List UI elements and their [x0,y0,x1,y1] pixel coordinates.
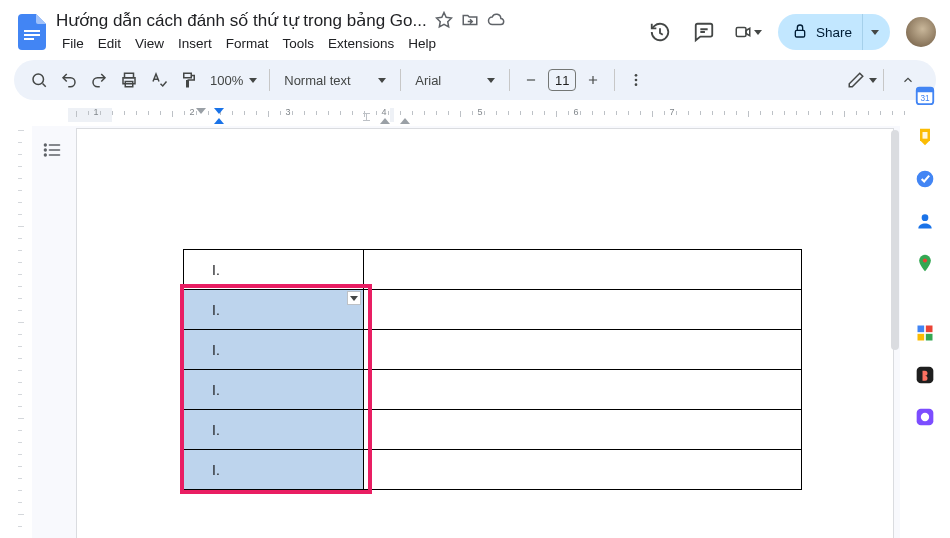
vertical-scrollbar[interactable] [890,130,900,538]
svg-point-13 [45,144,47,146]
svg-point-11 [635,79,638,82]
table-cell[interactable] [364,450,802,490]
table-cell[interactable] [364,330,802,370]
addon-dark-icon[interactable] [914,364,936,386]
svg-rect-9 [184,73,192,78]
svg-rect-19 [923,132,928,139]
font-select[interactable]: Arial [407,73,503,88]
font-size-input[interactable] [548,69,576,91]
share-label: Share [810,25,862,40]
avatar[interactable] [906,17,936,47]
menu-format[interactable]: Format [220,34,275,53]
svg-rect-2 [24,38,34,40]
contacts-icon[interactable] [914,210,936,232]
paragraph-style-select[interactable]: Normal text [276,73,394,88]
svg-point-21 [922,214,929,221]
history-icon[interactable] [646,18,674,46]
table-cell[interactable] [364,370,802,410]
table-cell[interactable]: I. [184,250,364,290]
redo-icon[interactable] [84,65,114,95]
star-icon[interactable] [435,11,453,29]
table-row[interactable]: I. [184,410,802,450]
svg-point-15 [45,154,47,156]
header: Hướng dẫn cách đánh số thứ tự trong bảng… [0,0,950,58]
more-formatting-icon[interactable] [621,65,651,95]
side-panel: 31 [900,70,950,538]
svg-rect-26 [926,334,933,341]
title-block: Hướng dẫn cách đánh số thứ tự trong bảng… [50,10,634,55]
table-cell[interactable]: I. [184,290,364,330]
share-button[interactable]: Share [778,14,890,50]
search-icon[interactable] [24,65,54,95]
table-row[interactable]: I. [184,290,802,330]
menu-tools[interactable]: Tools [277,34,321,53]
table-cell[interactable]: I. [184,450,364,490]
zoom-select[interactable]: 100% [204,73,263,88]
header-actions: Share [646,14,936,50]
comments-icon[interactable] [690,18,718,46]
canvas: I.I.I.I.I.I. [32,126,900,538]
svg-point-10 [635,74,638,77]
svg-point-29 [921,413,929,421]
table-cell[interactable] [364,250,802,290]
lock-icon [792,23,810,41]
font-size-group [516,65,608,95]
addon-purple-icon[interactable] [914,406,936,428]
doc-title[interactable]: Hướng dẫn cách đánh số thứ tự trong bảng… [56,10,427,31]
editing-mode-icon[interactable] [847,65,877,95]
menu-insert[interactable]: Insert [172,34,218,53]
page[interactable]: I.I.I.I.I.I. [76,128,894,538]
svg-rect-0 [24,30,40,32]
menu-edit[interactable]: Edit [92,34,127,53]
undo-icon[interactable] [54,65,84,95]
svg-rect-24 [926,326,933,333]
toolbar: 100% Normal text Arial [14,60,936,100]
svg-rect-25 [918,334,925,341]
menu-view[interactable]: View [129,34,170,53]
table-cell[interactable] [364,290,802,330]
print-icon[interactable] [114,65,144,95]
menu-bar: File Edit View Insert Format Tools Exten… [56,33,634,55]
calendar-icon[interactable]: 31 [914,84,936,106]
svg-rect-1 [24,34,40,36]
docs-logo[interactable] [14,14,50,50]
svg-text:31: 31 [920,94,930,103]
table-row[interactable]: I. [184,450,802,490]
svg-point-22 [923,258,927,262]
spellcheck-icon[interactable] [144,65,174,95]
svg-rect-3 [736,28,746,37]
svg-point-14 [45,149,47,151]
svg-point-12 [635,83,638,86]
paint-format-icon[interactable] [174,65,204,95]
menu-extensions[interactable]: Extensions [322,34,400,53]
tasks-icon[interactable] [914,168,936,190]
table-row[interactable]: I. [184,370,802,410]
share-more-icon[interactable] [862,14,886,50]
meet-icon[interactable] [734,18,762,46]
addon-colorful-icon[interactable] [914,322,936,344]
horizontal-ruler[interactable]: 1234567 [68,108,896,126]
vertical-ruler[interactable] [14,130,28,538]
table-cell[interactable]: I. [184,410,364,450]
menu-help[interactable]: Help [402,34,442,53]
svg-rect-4 [795,30,804,37]
cell-dropdown-handle[interactable] [347,291,361,305]
scrollbar-thumb[interactable] [891,130,899,350]
svg-rect-17 [917,88,934,93]
document-outline-icon[interactable] [38,136,66,164]
table-cell[interactable] [364,410,802,450]
table-row[interactable]: I. [184,250,802,290]
table-cell[interactable]: I. [184,370,364,410]
menu-file[interactable]: File [56,34,90,53]
move-icon[interactable] [461,11,479,29]
cloud-status-icon[interactable] [487,11,505,29]
keep-icon[interactable] [914,126,936,148]
svg-rect-23 [918,326,925,333]
maps-icon[interactable] [914,252,936,274]
font-size-decrease[interactable] [516,65,546,95]
svg-point-5 [33,74,44,85]
font-size-increase[interactable] [578,65,608,95]
table-cell[interactable]: I. [184,330,364,370]
table-row[interactable]: I. [184,330,802,370]
document-table[interactable]: I.I.I.I.I.I. [183,249,802,490]
